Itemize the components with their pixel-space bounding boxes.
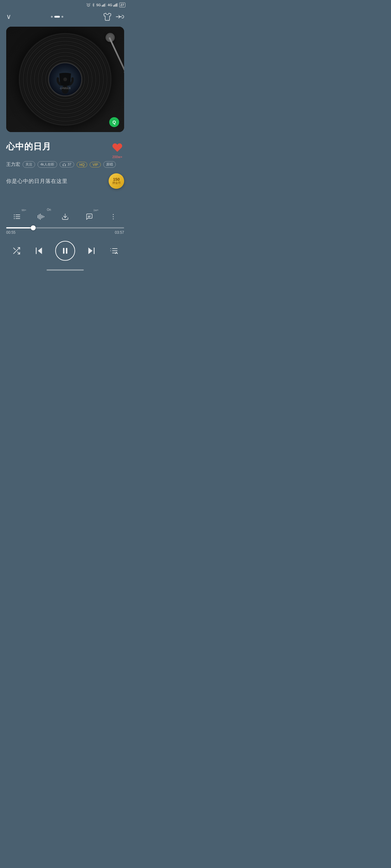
q-quality-badge: Q: [109, 117, 119, 127]
nav-dots: [51, 16, 63, 18]
nav-dot-2[interactable]: [54, 16, 60, 18]
svg-rect-4: [105, 3, 106, 6]
svg-rect-8: [117, 3, 117, 6]
comment-icon: [84, 211, 95, 222]
prev-button[interactable]: [32, 244, 46, 258]
current-time: 00:55: [6, 230, 16, 235]
status-icons: 5G 4G 27: [86, 2, 125, 7]
share-icon[interactable]: [115, 12, 124, 21]
gold-coin-button[interactable]: 150 攒金币: [109, 173, 124, 189]
more-svg: [110, 213, 117, 220]
svg-rect-3: [104, 4, 105, 7]
shuffle-icon: [12, 246, 21, 255]
bluetooth-icon: [91, 3, 95, 7]
back-button[interactable]: ∨: [6, 13, 11, 21]
gold-coin-label: 攒金币: [112, 181, 121, 185]
original-tag: 原唱: [103, 161, 116, 168]
queue-icon: [110, 246, 118, 255]
progress-bar[interactable]: [6, 227, 124, 228]
pause-icon: [61, 246, 69, 255]
playlist-button[interactable]: 99+: [11, 211, 23, 222]
hq-tag: HQ: [77, 162, 87, 167]
nav-right: [103, 12, 124, 21]
shuffle-button[interactable]: [10, 244, 23, 258]
signal2-icon: [113, 3, 118, 7]
effect-label: On: [47, 208, 51, 211]
svg-point-23: [113, 219, 114, 219]
action-row: 99+ On 1w+: [0, 211, 130, 227]
signal1-icon: [102, 3, 107, 7]
download-svg: [61, 213, 69, 220]
svg-rect-1: [102, 5, 103, 7]
time-row: 00:55 03:57: [6, 230, 124, 235]
controls-row: [0, 238, 130, 267]
next-button[interactable]: [84, 244, 98, 258]
svg-point-16: [13, 216, 15, 217]
total-time: 03:57: [115, 230, 124, 235]
follow-tag[interactable]: 关注: [23, 161, 35, 168]
svg-marker-31: [88, 247, 92, 254]
playlist-svg: [13, 213, 21, 220]
download-icon: [60, 211, 71, 222]
shirt-icon[interactable]: [103, 12, 112, 21]
artist-row: 王力宏 关注 4k人在听 37 HQ VIP 原唱: [6, 161, 124, 168]
download-button[interactable]: [60, 211, 71, 222]
heart-button[interactable]: 200w+: [110, 141, 124, 159]
svg-rect-30: [66, 248, 67, 254]
heart-count: 200w+: [112, 155, 122, 159]
home-bar: [47, 269, 84, 271]
artist-name: 王力宏: [6, 161, 20, 167]
lyrics-row[interactable]: 你是心中的日月落在这里 150 攒金币: [6, 172, 124, 190]
svg-marker-27: [38, 247, 42, 254]
svg-line-26: [13, 248, 15, 250]
song-info: 心中的日月 200w+ 王力宏 关注 4k人在听 37 HQ VIP 原唱 你是…: [0, 135, 130, 192]
status-bar: 5G 4G 27: [0, 0, 130, 9]
playlist-badge: 99+: [22, 209, 26, 212]
queue-button[interactable]: [107, 244, 121, 258]
song-title-row: 心中的日月 200w+: [6, 141, 124, 159]
nav-dot-3[interactable]: [61, 16, 63, 18]
sound-effect-icon: [35, 211, 47, 222]
svg-point-17: [13, 218, 15, 219]
listeners-tag: 4k人在听: [37, 161, 57, 168]
progress-thumb[interactable]: [31, 225, 36, 230]
nav-left: ∨: [6, 13, 11, 21]
alarm-icon: [86, 3, 91, 7]
more-button[interactable]: [108, 211, 119, 222]
svg-rect-5: [113, 5, 114, 7]
svg-point-10: [62, 86, 69, 94]
svg-rect-7: [115, 4, 116, 7]
song-title: 心中的日月: [6, 141, 51, 153]
vip-tag: VIP: [90, 162, 101, 167]
svg-rect-6: [114, 4, 115, 6]
svg-point-15: [13, 215, 15, 215]
comment-svg: [86, 213, 93, 220]
heart-svg: [112, 142, 123, 153]
sound-effect-svg: [37, 213, 45, 220]
next-icon: [86, 246, 96, 256]
lyrics-text: 你是心中的日月落在这里: [6, 178, 68, 185]
prev-icon: [34, 246, 44, 256]
progress-fill: [6, 227, 33, 228]
more-icon: [108, 211, 119, 222]
svg-text:心中的日月: 心中的日月: [60, 87, 71, 89]
nav-dot-1[interactable]: [51, 16, 53, 18]
4g-label: 4G: [108, 3, 112, 7]
top-nav: ∨: [0, 9, 130, 24]
pause-button[interactable]: [55, 241, 75, 261]
home-indicator: [0, 267, 130, 272]
5g-label: 5G: [96, 3, 101, 7]
battery-indicator: 27: [119, 2, 125, 7]
svg-rect-2: [103, 4, 104, 6]
comment-button[interactable]: 1w+: [84, 211, 95, 222]
headphone-tag: 37: [60, 161, 74, 167]
svg-point-22: [113, 216, 114, 217]
svg-rect-29: [63, 248, 64, 254]
heart-icon: [110, 141, 124, 154]
playlist-icon: [11, 211, 23, 222]
sound-effect-button[interactable]: On: [35, 211, 47, 222]
comment-badge: 1w+: [93, 209, 99, 212]
vinyl-container: 心中的日月 Q: [6, 27, 124, 132]
svg-point-21: [113, 214, 114, 215]
progress-section: 00:55 03:57: [0, 227, 130, 238]
